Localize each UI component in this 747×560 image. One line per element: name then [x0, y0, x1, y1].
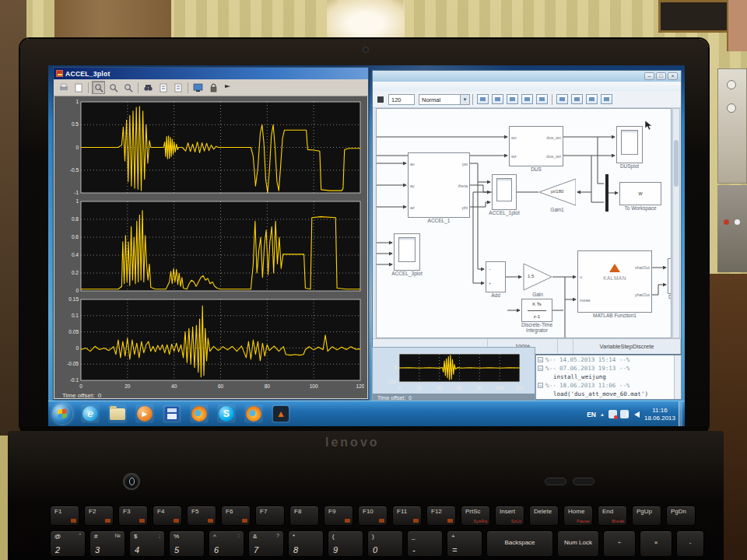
- history-command[interactable]: install_weijung: [536, 373, 681, 381]
- fn-hotkey-icon: [139, 519, 145, 523]
- open-model-icon[interactable]: [477, 94, 489, 104]
- autoscale-icon[interactable]: [142, 81, 155, 94]
- command-history-window[interactable]: − %-- 14.05.2013 15:14 --% − %-- 07.06.2…: [535, 355, 682, 400]
- print-icon[interactable]: [57, 81, 70, 94]
- close-button[interactable]: ×: [668, 72, 678, 80]
- key-prtsc: PrtScSysRq: [461, 506, 490, 526]
- key-4: $;4: [129, 530, 165, 557]
- simulation-mode-dropdown[interactable]: Normal ▼: [419, 94, 470, 105]
- canvas-vertical-scrollbar[interactable]: [672, 108, 680, 338]
- stop-simulation-icon[interactable]: [377, 96, 384, 103]
- lock-axes-icon[interactable]: [206, 81, 219, 94]
- mini-scope-window[interactable]: -1000020406080100120 Time offset: 0: [372, 347, 535, 404]
- svg-text:-1: -1: [74, 190, 79, 195]
- block-add[interactable]: − + Add: [486, 261, 506, 292]
- taskbar-skype[interactable]: S: [217, 404, 236, 423]
- key-f5: F5: [187, 506, 216, 526]
- scope-plot-area[interactable]: -1-0.500.51 00.20.40.60.81 -0.1-0.0500.0…: [54, 96, 367, 398]
- taskbar-folder[interactable]: [108, 404, 127, 423]
- key-f9: F9: [324, 506, 353, 526]
- taskbar-matlab[interactable]: ▲: [272, 404, 290, 423]
- windows-flag-icon: [58, 408, 67, 419]
- svg-text:120: 120: [356, 383, 364, 389]
- key-f11: F11: [392, 506, 422, 526]
- zoom-icon[interactable]: [92, 81, 105, 94]
- svg-text:80: 80: [265, 383, 271, 389]
- lab-instrument-bottom: [717, 185, 747, 272]
- taskbar-firefox-2[interactable]: [244, 404, 263, 423]
- key-f6: F6: [221, 506, 251, 526]
- speaker-icon[interactable]: [634, 411, 640, 418]
- settings-icon[interactable]: [601, 94, 612, 104]
- history-command[interactable]: load('dus_att_move_60.mat'): [536, 390, 681, 398]
- show-desktop-button[interactable]: [679, 401, 682, 426]
- taskbar-media-player[interactable]: ▶: [135, 404, 154, 423]
- block-gain[interactable]: 1.5 Gain: [523, 263, 552, 291]
- action-center-icon[interactable]: [608, 410, 617, 418]
- taskbar-save-tool[interactable]: [163, 404, 181, 423]
- mux-block[interactable]: [605, 174, 608, 212]
- scope-subplot-3[interactable]: -0.1-0.0500.050.10.15020406080100120: [61, 297, 364, 390]
- block-gain1[interactable]: pi/180 Gain1: [538, 178, 576, 206]
- block-dusplot1[interactable]: DUSplot1: [668, 258, 672, 294]
- svg-text:-0.05: -0.05: [67, 361, 79, 366]
- debug-icon[interactable]: [586, 94, 598, 104]
- collapse-icon[interactable]: −: [538, 357, 543, 362]
- block-to-workspace[interactable]: w To Workspace: [619, 182, 661, 205]
- block-dus[interactable]: wx wz dus_wx dus_wz DUS: [509, 126, 563, 166]
- laptop-keyboard: F1F2F3F4F5F6F7F8F9F10F11F12PrtScSysRqIns…: [8, 504, 724, 560]
- save-axes-icon[interactable]: [156, 81, 170, 94]
- simulink-titlebar[interactable]: – □ ×: [373, 71, 681, 82]
- collapse-icon[interactable]: −: [538, 383, 543, 388]
- step-icon[interactable]: [536, 94, 548, 104]
- block-matlab-function-kalman[interactable]: KALMAN u meas xhatOut yhatOut MATLAB Fun…: [577, 250, 652, 313]
- restore-axes-icon[interactable]: [171, 81, 184, 94]
- parameters-icon[interactable]: [72, 81, 85, 94]
- simulink-canvas[interactable]: wx wz dus_wx dus_wz DUS DUSplot ax ay az…: [376, 108, 672, 338]
- key-f8: F8: [289, 506, 319, 526]
- model-explorer-icon[interactable]: [571, 94, 583, 104]
- scope-window[interactable]: ACCEL_3plot -1-0.500.51 00.20.40.60.81 -…: [53, 67, 369, 400]
- scope-window-titlebar[interactable]: ACCEL_3plot: [54, 68, 368, 79]
- language-indicator[interactable]: EN: [587, 411, 596, 418]
- history-timestamp[interactable]: − %-- 07.06.2013 19:13 --%: [536, 364, 681, 373]
- scope-subplot-2[interactable]: 00.20.40.60.81: [61, 199, 364, 294]
- start-button[interactable]: [52, 404, 72, 424]
- instrument-knob: [727, 80, 736, 89]
- scope-window-icon: [56, 70, 63, 77]
- svg-text:0: 0: [394, 365, 397, 370]
- taskbar-internet-explorer[interactable]: e: [81, 404, 100, 423]
- mini-scope-plot[interactable]: -1000020406080100120: [379, 352, 524, 392]
- clock[interactable]: 11:16 18.06.2013: [644, 407, 675, 422]
- block-accel1[interactable]: ax ay az psi theta phi ACCEL_1: [408, 152, 470, 218]
- block-dusplot[interactable]: DUSplot: [616, 126, 643, 163]
- history-scrollbar[interactable]: [674, 355, 681, 399]
- float-scope-icon[interactable]: [191, 81, 205, 94]
- minimize-button[interactable]: –: [644, 72, 654, 80]
- block-accel1plot[interactable]: ACCEL_1plot: [492, 174, 517, 210]
- block-accel3plot[interactable]: ACCEL_3plot: [394, 233, 420, 271]
- maximize-button[interactable]: □: [656, 72, 666, 80]
- laptop-screen: ACCEL_3plot -1-0.500.51 00.20.40.60.81 -…: [48, 65, 685, 426]
- refresh-icon[interactable]: [507, 94, 518, 104]
- history-timestamp[interactable]: − %-- 14.05.2013 15:14 --%: [536, 355, 681, 364]
- save-model-icon[interactable]: [492, 94, 503, 104]
- tray-date: 18.06.2013: [644, 415, 675, 422]
- fn-hotkey-icon: [105, 519, 110, 523]
- history-timestamp[interactable]: − %-- 18.06.2013 11:06 --%: [536, 381, 681, 390]
- stop-time-field[interactable]: 120: [388, 94, 415, 105]
- simulation-clock-icon[interactable]: [521, 94, 533, 104]
- block-integrator[interactable]: K Ts z-1 Discrete-Time Integrator: [521, 299, 552, 322]
- simulink-menubar: [373, 82, 681, 91]
- library-browser-icon[interactable]: [556, 94, 568, 104]
- signal-selection-icon[interactable]: [221, 81, 234, 94]
- fraction-line: [528, 310, 546, 311]
- collapse-icon[interactable]: −: [538, 366, 543, 371]
- hidden-icons-arrow[interactable]: ▲: [600, 412, 605, 417]
- simulink-window[interactable]: – □ × 120 Normal ▼: [372, 70, 682, 355]
- instrument-white-button: [735, 219, 740, 225]
- zoom-y-icon[interactable]: [121, 81, 135, 94]
- zoom-x-icon[interactable]: [107, 81, 120, 94]
- scope-subplot-1[interactable]: -1-0.500.51: [61, 100, 364, 196]
- taskbar-firefox[interactable]: [190, 404, 209, 423]
